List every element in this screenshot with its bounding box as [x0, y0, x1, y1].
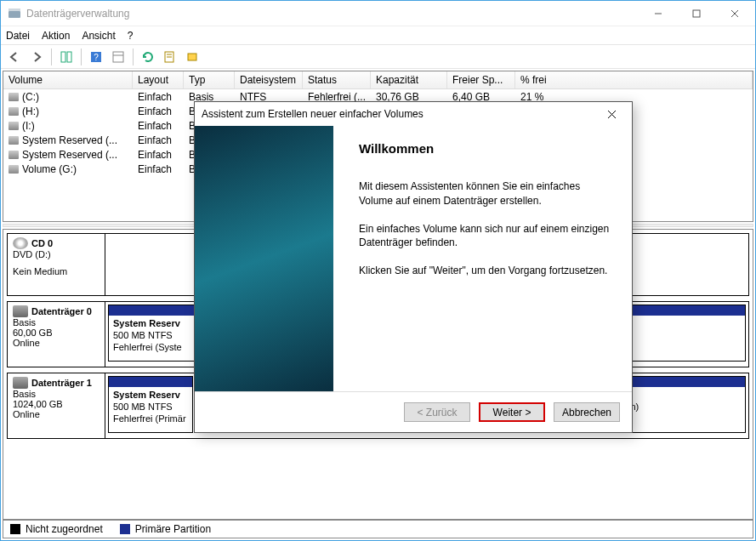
volume-icon — [9, 122, 19, 130]
col-fs[interactable]: Dateisystem — [235, 71, 303, 88]
cd-icon — [13, 237, 28, 249]
wizard-buttons: < Zurück Weiter > Abbrechen — [195, 391, 632, 432]
close-button[interactable] — [715, 2, 753, 26]
disk-name: Datenträger 1 — [31, 378, 92, 388]
titlebar: Datenträgerverwaltung — [1, 1, 755, 26]
disk-status: Online — [13, 409, 99, 419]
part-title: System Reserv — [113, 318, 180, 328]
back-icon[interactable] — [4, 47, 25, 67]
disk-type: Basis — [13, 317, 99, 327]
show-hide-icon[interactable] — [56, 47, 77, 67]
disk-size: 1024,00 GB — [13, 399, 99, 409]
volume-icon — [9, 165, 19, 174]
toolbar: ? — [1, 45, 755, 69]
volume-table-header: Volume Layout Typ Dateisystem Status Kap… — [3, 71, 753, 89]
part-line1: 500 MB NTFS — [113, 401, 173, 412]
col-layout[interactable]: Layout — [133, 71, 184, 88]
menu-file[interactable]: Datei — [6, 30, 30, 42]
wizard-dialog: Assistent zum Erstellen neuer einfacher … — [194, 101, 633, 433]
disk-status: Online — [13, 338, 99, 348]
wizard-text: Klicken Sie auf "Weiter", um den Vorgang… — [359, 264, 613, 278]
disk-info: DVD (D:) — [13, 249, 99, 259]
menu-help[interactable]: ? — [128, 30, 134, 42]
svg-rect-7 — [67, 52, 71, 62]
svg-rect-15 — [188, 54, 196, 60]
svg-rect-10 — [113, 52, 123, 62]
maximize-button[interactable] — [677, 2, 715, 26]
disk-icon — [13, 305, 28, 317]
legend-swatch-primary — [120, 524, 130, 534]
wizard-heading: Willkommen — [359, 141, 613, 156]
properties-icon[interactable] — [160, 47, 180, 67]
menu-action[interactable]: Aktion — [42, 30, 70, 42]
disk-status: Kein Medium — [13, 266, 99, 276]
disk-type: Basis — [13, 389, 99, 399]
back-button: < Zurück — [404, 402, 470, 422]
refresh-icon[interactable] — [138, 47, 158, 67]
svg-rect-0 — [9, 11, 20, 18]
volume-icon — [9, 136, 19, 145]
col-free[interactable]: Freier Sp... — [447, 71, 515, 88]
legend-swatch-unalloc — [10, 524, 20, 534]
col-pct[interactable]: % frei — [515, 71, 753, 88]
svg-rect-6 — [61, 52, 65, 62]
volume-icon — [9, 107, 19, 116]
wizard-sidebar-image — [195, 126, 333, 391]
wizard-close-button[interactable] — [598, 104, 625, 124]
app-icon — [8, 7, 21, 20]
col-status[interactable]: Status — [303, 71, 371, 88]
part-line2: Fehlerfrei (Syste — [113, 342, 182, 352]
cancel-button[interactable]: Abbrechen — [554, 402, 620, 422]
help-icon[interactable]: ? — [86, 47, 106, 67]
disk-icon — [13, 377, 28, 389]
menu-view[interactable]: Ansicht — [82, 30, 115, 42]
settings-icon[interactable] — [108, 47, 128, 67]
col-volume[interactable]: Volume — [3, 71, 133, 88]
disk-name: Datenträger 0 — [31, 306, 92, 316]
wizard-text: Ein einfaches Volume kann sich nur auf e… — [359, 222, 613, 251]
next-button[interactable]: Weiter > — [479, 402, 545, 422]
volume-icon — [9, 93, 19, 101]
svg-text:?: ? — [94, 53, 99, 62]
wizard-titlebar: Assistent zum Erstellen neuer einfacher … — [195, 102, 632, 126]
part-line2: Fehlerfrei (Primär — [113, 413, 186, 424]
minimize-button[interactable] — [639, 2, 677, 26]
svg-rect-3 — [693, 10, 700, 17]
part-line1: 500 MB NTFS — [113, 330, 173, 340]
legend-label-primary: Primäre Partition — [135, 523, 211, 535]
menubar: Datei Aktion Ansicht ? — [1, 26, 755, 45]
volume-icon — [9, 151, 19, 159]
legend: Nicht zugeordnet Primäre Partition — [3, 520, 753, 538]
partition[interactable]: System Reserv500 MB NTFSFehlerfrei (Prim… — [108, 376, 193, 433]
wizard-text: Mit diesem Assistenten können Sie ein ei… — [359, 179, 613, 208]
col-typ[interactable]: Typ — [184, 71, 235, 88]
col-cap[interactable]: Kapazität — [371, 71, 447, 88]
part-title: System Reserv — [113, 390, 180, 400]
window-title: Datenträgerverwaltung — [26, 8, 639, 20]
disk-name: CD 0 — [31, 238, 53, 248]
wizard-content: Willkommen Mit diesem Assistenten können… — [333, 126, 632, 391]
forward-icon[interactable] — [26, 47, 47, 67]
wizard-title: Assistent zum Erstellen neuer einfacher … — [202, 108, 598, 120]
disk-size: 60,00 GB — [13, 327, 99, 338]
legend-label-unalloc: Nicht zugeordnet — [26, 523, 103, 535]
svg-rect-1 — [9, 9, 20, 11]
wizard-icon[interactable] — [182, 47, 202, 67]
